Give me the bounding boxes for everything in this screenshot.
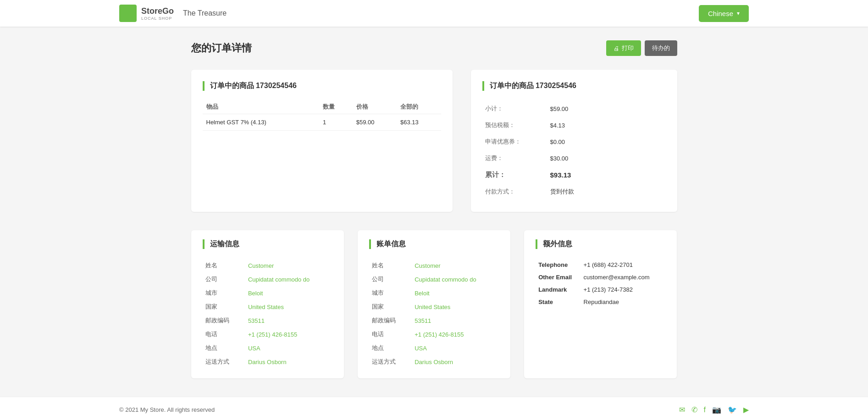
- footer: © 2021 My Store. All rights reserved ✉ ✆…: [0, 397, 868, 415]
- copyright-text: © 2021 My Store. All rights reserved: [119, 406, 215, 413]
- shipping-value: $30.00: [548, 150, 665, 166]
- billing-name-value: Customer: [413, 259, 498, 272]
- telephone-label: Telephone: [536, 259, 581, 271]
- billing-city-value: Beloit: [413, 287, 498, 299]
- shipping-name-row: 姓名 Customer: [204, 259, 332, 272]
- pending-button[interactable]: 待办的: [645, 40, 677, 56]
- email-icon[interactable]: ✉: [679, 405, 685, 414]
- shipping-location-row: 地点 USA: [204, 342, 332, 354]
- shipping-company-label: 公司: [204, 273, 245, 286]
- extra-table: Telephone +1 (688) 422-2701 Other Email …: [536, 258, 665, 309]
- coupon-label: 申请优惠券：: [483, 134, 547, 149]
- page-title: 您的订单详情: [191, 41, 252, 55]
- billing-company-value: Cupidatat commodo do: [413, 273, 498, 286]
- logo-text: StoreGo LOCAL SHOP: [141, 6, 174, 21]
- billing-city-row: 城市 Beloit: [370, 287, 498, 299]
- billing-phone-value: +1 (251) 426-8155: [413, 328, 498, 341]
- shipping-country-label: 国家: [204, 300, 245, 313]
- email-label: Other Email: [536, 271, 581, 283]
- tax-value: $4.13: [548, 117, 665, 133]
- print-label: 打印: [622, 44, 634, 52]
- shipping-table: 姓名 Customer 公司 Cupidatat commodo do 城市 B…: [203, 258, 332, 369]
- youtube-icon[interactable]: ▶: [743, 405, 749, 414]
- billing-title: 账单信息: [369, 239, 499, 249]
- shipping-title: 运输信息: [203, 239, 332, 249]
- twitter-icon[interactable]: 🐦: [728, 405, 737, 414]
- main-content: 您的订单详情 🖨 打印 待办的 订单中的商品 1730254546 物品 数量 …: [182, 40, 686, 378]
- pending-label: 待办的: [652, 44, 670, 51]
- logo-sub: LOCAL SHOP: [141, 16, 174, 21]
- tax-label: 预估税额：: [483, 117, 547, 133]
- shipping-city-row: 城市 Beloit: [204, 287, 332, 299]
- billing-name-row: 姓名 Customer: [370, 259, 498, 272]
- coupon-value: $0.00: [548, 134, 665, 149]
- billing-table: 姓名 Customer 公司 Cupidatat commodo do 城市 B…: [369, 258, 499, 369]
- state-label: State: [536, 296, 581, 308]
- table-row: Helmet GST 7% (4.13) 1 $59.00 $63.13: [203, 114, 441, 131]
- instagram-icon[interactable]: 📷: [712, 405, 721, 414]
- facebook-icon[interactable]: f: [704, 406, 706, 414]
- email-value: customer@example.com: [582, 271, 665, 283]
- billing-country-label: 国家: [370, 300, 412, 313]
- print-button[interactable]: 🖨 打印: [606, 40, 641, 56]
- shipping-name-label: 姓名: [204, 259, 245, 272]
- extra-email-row: Other Email customer@example.com: [536, 271, 664, 283]
- logo-name: StoreGo: [141, 6, 174, 16]
- order-items-title: 订单中的商品 1730254546: [203, 81, 441, 91]
- shipping-company-value: Cupidatat commodo do: [246, 273, 332, 286]
- page-title-row: 您的订单详情 🖨 打印 待办的: [191, 40, 677, 56]
- shipping-zip-row: 邮政编码 53511: [204, 314, 332, 327]
- shipping-phone-row: 电话 +1 (251) 426-8155: [204, 328, 332, 341]
- total-label: 累计：: [483, 167, 547, 183]
- billing-location-label: 地点: [370, 342, 412, 354]
- extra-state-row: State Repudiandae: [536, 296, 664, 308]
- item-price: $59.00: [353, 114, 397, 131]
- shipping-method-label: 运送方式: [204, 355, 245, 368]
- shipping-method-value: Darius Osborn: [246, 355, 332, 368]
- payment-value: 货到付款: [548, 184, 665, 199]
- whatsapp-icon[interactable]: ✆: [691, 405, 697, 414]
- shipping-zip-value: 53511: [246, 314, 332, 327]
- order-items-card: 订单中的商品 1730254546 物品 数量 价格 全部的 Helmet GS…: [191, 70, 453, 212]
- header: StoreGo LOCAL SHOP The Treasure Chinese …: [0, 0, 868, 27]
- col-item-header: 物品: [203, 100, 320, 114]
- col-total-header: 全部的: [397, 100, 441, 114]
- billing-city-label: 城市: [370, 287, 412, 299]
- shipping-method-row: 运送方式 Darius Osborn: [204, 355, 332, 368]
- action-buttons: 🖨 打印 待办的: [606, 40, 677, 56]
- landmark-value: +1 (213) 724-7382: [582, 284, 665, 295]
- billing-zip-row: 邮政编码 53511: [370, 314, 498, 327]
- billing-country-value: United States: [413, 300, 498, 313]
- shipping-name-value: Customer: [246, 259, 332, 272]
- chevron-down-icon: ▾: [737, 10, 740, 17]
- extra-title: 额外信息: [536, 239, 665, 249]
- order-table: 物品 数量 价格 全部的 Helmet GST 7% (4.13) 1 $59.…: [203, 100, 441, 131]
- shipping-phone-value: +1 (251) 426-8155: [246, 328, 332, 341]
- extra-telephone-row: Telephone +1 (688) 422-2701: [536, 259, 664, 271]
- subtotal-value: $59.00: [548, 101, 665, 116]
- shipping-country-value: United States: [246, 300, 332, 313]
- shipping-city-value: Beloit: [246, 287, 332, 299]
- telephone-value: +1 (688) 422-2701: [582, 259, 665, 271]
- shipping-phone-label: 电话: [204, 328, 245, 341]
- total-value: $93.13: [548, 167, 665, 183]
- extra-section: 额外信息 Telephone +1 (688) 422-2701 Other E…: [524, 230, 677, 378]
- billing-method-label: 运送方式: [370, 355, 412, 368]
- col-price-header: 价格: [353, 100, 397, 114]
- shipping-zip-label: 邮政编码: [204, 314, 245, 327]
- language-button[interactable]: Chinese ▾: [699, 5, 749, 22]
- billing-method-value: Darius Osborn: [413, 355, 498, 368]
- order-summary-card: 订单中的商品 1730254546 小计： $59.00 预估税额： $4.13…: [471, 70, 677, 212]
- printer-icon: 🖨: [614, 45, 619, 52]
- billing-phone-row: 电话 +1 (251) 426-8155: [370, 328, 498, 341]
- billing-country-row: 国家 United States: [370, 300, 498, 313]
- col-qty-header: 数量: [319, 100, 353, 114]
- billing-company-row: 公司 Cupidatat commodo do: [370, 273, 498, 286]
- summary-table: 小计： $59.00 预估税额： $4.13 申请优惠券： $0.00 运费： …: [482, 100, 666, 200]
- shipping-location-label: 地点: [204, 342, 245, 354]
- social-icons: ✉ ✆ f 📷 🐦 ▶: [679, 405, 749, 414]
- item-name: Helmet GST 7% (4.13): [203, 114, 320, 131]
- billing-zip-value: 53511: [413, 314, 498, 327]
- shipping-label: 运费：: [483, 150, 547, 166]
- shipping-location-value: USA: [246, 342, 332, 354]
